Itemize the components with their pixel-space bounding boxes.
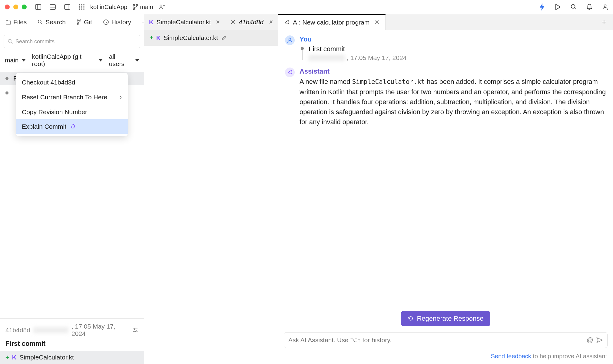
assistant-avatar-icon	[285, 68, 295, 77]
panel-bottom-icon[interactable]	[50, 4, 56, 10]
editor-tab-revision[interactable]: 41b4d8d ✕	[225, 14, 278, 30]
added-icon: +	[5, 354, 9, 361]
user-avatar-icon	[285, 35, 295, 45]
menu-reset-branch[interactable]: Reset Current Branch To Here	[16, 90, 128, 105]
ai-tab-bar: AI: New calculator program ✕ +	[278, 14, 613, 30]
close-window-button[interactable]	[5, 5, 10, 9]
send-icon[interactable]	[596, 337, 603, 343]
menu-checkout[interactable]: Checkout 41b4d8d	[16, 75, 128, 90]
branch-name: main	[140, 4, 153, 11]
tab-search[interactable]: Search	[32, 14, 71, 30]
clock-icon	[103, 19, 109, 25]
svg-point-35	[136, 331, 137, 332]
svg-line-25	[41, 23, 42, 24]
added-icon: +	[150, 35, 153, 41]
svg-line-31	[11, 42, 12, 44]
menu-copy-revision[interactable]: Copy Revision Number	[16, 105, 128, 119]
changed-file-row[interactable]: + K SimpleCalculator.kt	[0, 351, 144, 364]
svg-point-15	[133, 5, 135, 6]
merge-icon	[230, 19, 236, 25]
changed-file-name: SimpleCalculator.kt	[19, 354, 74, 361]
menu-explain-commit[interactable]: Explain Commit	[16, 119, 128, 134]
svg-point-14	[83, 8, 84, 10]
filter-row: main kotlinCalcApp (git root) all users	[0, 51, 144, 72]
svg-point-24	[38, 20, 41, 23]
user-message: You First commit , 17:05 May 17, 2024	[285, 35, 606, 61]
svg-point-6	[79, 4, 80, 5]
kotlin-file-icon: K	[156, 35, 161, 41]
close-tab-icon[interactable]: ✕	[374, 19, 380, 26]
svg-point-11	[83, 6, 84, 8]
editor-tab-file[interactable]: K SimpleCalculator.kt ✕	[144, 14, 225, 30]
svg-point-26	[77, 20, 78, 21]
detail-settings-icon[interactable]	[132, 327, 138, 333]
folder-icon	[5, 19, 11, 25]
edit-icon[interactable]	[221, 35, 227, 41]
svg-point-27	[80, 20, 81, 21]
branch-icon	[133, 4, 138, 10]
user-msg-title: First commit	[309, 45, 606, 53]
user-msg-meta: , 17:05 May 17, 2024	[347, 54, 406, 61]
search-commits-input[interactable]: Search commits	[4, 35, 140, 48]
tab-git[interactable]: Git	[71, 14, 98, 30]
minimize-window-button[interactable]	[13, 5, 18, 9]
editor-area: K SimpleCalculator.kt ✕ 41b4d8d ✕ + K Si…	[144, 14, 278, 364]
close-tab-icon[interactable]: ✕	[216, 19, 220, 25]
commit-hash: 41b4d8d	[5, 326, 30, 334]
commit-dot-icon	[301, 47, 304, 50]
author-redacted	[309, 55, 345, 61]
project-name[interactable]: kotlinCalcApp	[90, 4, 127, 11]
mention-icon[interactable]: @	[587, 336, 593, 344]
ai-tab[interactable]: AI: New calculator program ✕	[278, 14, 386, 30]
svg-point-28	[77, 23, 78, 25]
notifications-icon[interactable]	[586, 4, 592, 10]
run-icon[interactable]	[555, 4, 561, 10]
panel-left-icon[interactable]	[35, 4, 41, 10]
svg-point-21	[571, 5, 575, 8]
tab-history[interactable]: History	[98, 14, 137, 30]
svg-point-13	[81, 8, 82, 10]
ai-assistant-panel: AI: New calculator program ✕ + You First…	[278, 14, 613, 364]
repo-filter[interactable]: kotlinCalcApp (git root)	[32, 53, 102, 68]
send-feedback-link[interactable]: Send feedback	[491, 353, 531, 359]
search-placeholder: Search commits	[15, 38, 55, 45]
ai-swirl-icon	[69, 124, 75, 130]
ai-lightning-icon[interactable]	[539, 4, 545, 10]
tab-files[interactable]: Files	[0, 14, 32, 30]
svg-point-36	[289, 38, 291, 40]
add-user-icon[interactable]	[159, 4, 165, 10]
svg-rect-0	[35, 5, 41, 9]
svg-line-22	[575, 8, 576, 9]
branch-selector[interactable]: main	[133, 4, 153, 11]
opened-file-name: SimpleCalculator.kt	[164, 34, 218, 41]
add-ai-tab-button[interactable]: +	[595, 17, 613, 27]
ai-swirl-icon	[284, 19, 290, 25]
ai-input-field[interactable]	[288, 336, 584, 344]
titlebar: kotlinCalcApp main	[0, 0, 613, 14]
ai-input[interactable]: @	[284, 332, 608, 348]
commit-detail-panel: 41b4d8d , 17:05 May 17, 2024 First commi…	[0, 318, 144, 364]
svg-point-23	[604, 5, 606, 7]
svg-point-10	[81, 6, 82, 8]
apps-grid-icon[interactable]	[79, 4, 85, 10]
search-icon	[38, 19, 43, 25]
vcs-panel: Files Search Git History + Search commit…	[0, 14, 144, 364]
account-icon[interactable]	[602, 4, 608, 10]
fullscreen-window-button[interactable]	[22, 5, 27, 9]
panel-right-icon[interactable]	[64, 4, 70, 10]
users-filter[interactable]: all users	[109, 53, 139, 68]
vcs-tabs: Files Search Git History +	[0, 14, 144, 30]
assistant-label: Assistant	[300, 68, 606, 75]
svg-rect-4	[65, 5, 70, 9]
branch-filter[interactable]: main	[5, 53, 25, 68]
close-tab-icon[interactable]: ✕	[268, 19, 273, 25]
commit-timestamp: , 17:05 May 17, 2024	[71, 323, 129, 337]
svg-rect-2	[50, 5, 55, 9]
file-opened-bar[interactable]: + K SimpleCalculator.kt	[144, 30, 278, 46]
commit-dot-icon	[5, 77, 8, 80]
svg-point-7	[81, 4, 82, 5]
svg-point-34	[134, 328, 135, 329]
svg-point-9	[79, 6, 80, 8]
search-icon[interactable]	[571, 4, 577, 10]
regenerate-button[interactable]: Regenerate Response	[401, 311, 490, 326]
